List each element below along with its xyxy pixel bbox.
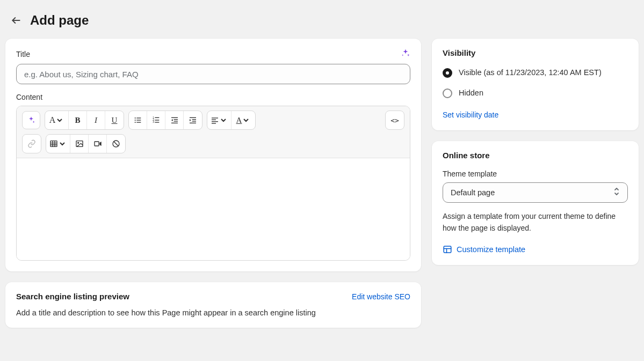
svg-marker-22 (190, 119, 191, 121)
seo-card: Search engine listing preview Edit websi… (5, 282, 421, 328)
title-ai-button[interactable] (401, 48, 410, 60)
svg-rect-4 (136, 120, 141, 120)
image-icon (75, 139, 84, 148)
svg-rect-34 (95, 142, 99, 146)
text-color-icon: A (236, 116, 242, 125)
code-icon: <> (390, 116, 399, 124)
visibility-visible-label: Visible (as of 11/23/2023, 12:40 AM EST) (459, 67, 602, 79)
visibility-option-hidden[interactable]: Hidden (443, 87, 628, 99)
align-left-icon (211, 116, 219, 124)
visibility-card: Visibility Visible (as of 11/23/2023, 12… (432, 39, 639, 130)
svg-line-37 (114, 142, 118, 146)
svg-text:3: 3 (153, 121, 154, 123)
image-button[interactable] (70, 135, 89, 153)
page-header: Add page (0, 0, 644, 39)
table-dropdown[interactable] (46, 135, 70, 153)
svg-rect-8 (155, 117, 159, 118)
content-field-label: Content (16, 93, 410, 101)
svg-rect-21 (190, 123, 196, 123)
bullet-list-button[interactable] (129, 111, 147, 129)
svg-point-5 (134, 122, 135, 123)
editor-textarea[interactable] (17, 158, 410, 260)
svg-rect-6 (136, 122, 141, 122)
svg-rect-19 (192, 119, 196, 120)
svg-rect-15 (173, 121, 177, 121)
content-label-text: Content (16, 93, 42, 101)
back-button[interactable] (9, 13, 24, 28)
seo-description: Add a title and description to see how t… (16, 308, 410, 317)
chevron-down-icon (55, 116, 64, 124)
theme-description: Assign a template from your current them… (443, 210, 628, 234)
indent-button[interactable] (184, 111, 202, 129)
svg-rect-2 (136, 117, 141, 118)
rich-text-editor: A B I U 123 (16, 106, 410, 261)
title-label-text: Title (16, 50, 30, 58)
customize-template-label: Customize template (457, 245, 525, 254)
svg-rect-10 (155, 120, 159, 120)
editor-toolbar: A B I U 123 (17, 106, 410, 158)
video-icon (93, 139, 102, 148)
theme-template-select[interactable]: Default page (443, 182, 628, 203)
svg-point-3 (134, 120, 135, 121)
theme-template-value: Default page (451, 188, 495, 197)
svg-point-33 (77, 142, 78, 143)
theme-template-label: Theme template (443, 170, 628, 178)
svg-rect-13 (171, 117, 178, 118)
underline-icon: U (112, 116, 118, 125)
bullet-list-icon (134, 116, 142, 124)
page-title: Add page (30, 13, 89, 28)
align-dropdown[interactable] (207, 111, 231, 129)
svg-rect-23 (212, 117, 218, 118)
svg-rect-18 (190, 117, 196, 118)
text-color-dropdown[interactable]: A (231, 111, 255, 129)
indent-icon (189, 116, 197, 124)
svg-rect-14 (173, 119, 177, 120)
title-input[interactable] (16, 64, 410, 84)
editor-ai-button[interactable] (22, 111, 40, 129)
link-button (23, 135, 41, 153)
edit-seo-link[interactable]: Edit website SEO (352, 292, 410, 301)
visibility-hidden-label: Hidden (459, 87, 483, 99)
content-card: Title Content (5, 39, 421, 271)
clear-formatting-button[interactable] (107, 135, 125, 153)
chevron-down-icon (219, 116, 228, 124)
visibility-option-visible[interactable]: Visible (as of 11/23/2023, 12:40 AM EST) (443, 67, 628, 79)
seo-title: Search engine listing preview (16, 292, 129, 301)
clear-icon (112, 139, 120, 148)
number-list-icon: 123 (152, 116, 161, 124)
video-button[interactable] (89, 135, 107, 153)
svg-marker-35 (99, 142, 101, 146)
format-dropdown[interactable]: A (45, 111, 69, 129)
svg-rect-24 (212, 120, 216, 120)
sparkle-icon (401, 48, 410, 58)
format-letter-icon: A (49, 115, 56, 125)
svg-point-1 (134, 117, 135, 119)
svg-rect-20 (192, 121, 196, 121)
select-chevrons-icon (613, 187, 620, 197)
chevron-down-icon (242, 116, 250, 124)
svg-rect-16 (171, 123, 178, 123)
set-visibility-date-link[interactable]: Set visibility date (443, 110, 498, 119)
svg-rect-25 (212, 121, 218, 122)
number-list-button[interactable]: 123 (147, 111, 165, 129)
bold-button[interactable]: B (69, 111, 87, 129)
underline-button[interactable]: U (105, 111, 124, 129)
radio-unselected-icon (443, 89, 452, 98)
outdent-button[interactable] (165, 111, 184, 129)
table-icon (49, 139, 58, 148)
arrow-left-icon (11, 15, 21, 26)
bold-icon: B (75, 116, 80, 125)
svg-rect-38 (444, 246, 451, 253)
visibility-title: Visibility (443, 48, 628, 57)
link-icon (27, 139, 36, 148)
svg-rect-12 (155, 122, 159, 122)
html-view-button[interactable]: <> (386, 111, 404, 129)
online-store-title: Online store (443, 151, 628, 160)
customize-template-link[interactable]: Customize template (443, 245, 628, 254)
chevron-down-icon (58, 139, 67, 148)
italic-icon: I (95, 116, 97, 125)
radio-selected-icon (443, 68, 452, 78)
italic-button[interactable]: I (87, 111, 105, 129)
svg-marker-17 (171, 119, 173, 121)
sparkle-icon (27, 116, 35, 124)
